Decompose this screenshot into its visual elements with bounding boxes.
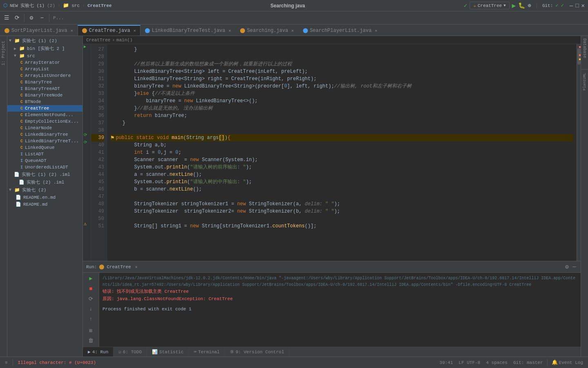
run-up-btn[interactable]: ↑ [86,315,96,323]
tree-item-emptycollection[interactable]: C EmptyCollectionEx... [7,118,82,125]
tree-item-binarytreenode[interactable]: C BinaryTreeNode [7,92,82,99]
tab-search-close[interactable]: ✕ [292,28,294,33]
coverage-btn[interactable]: ⊕ [528,2,531,9]
bottom-tab-vcs[interactable]: ⑨ 9: Version Control [225,347,290,357]
bottom-tab-run[interactable]: ▶ 4: Run [83,347,114,357]
tree-item-arrayiterator[interactable]: C ArrayIterator [7,59,82,66]
status-indent[interactable]: 4 spaces [484,360,509,365]
tab-linked-close[interactable]: ✕ [229,28,231,33]
tab-linked[interactable]: LinkedBinaryTreeTest.java ✕ [140,25,236,36]
run-play-btn[interactable]: ▶ [86,274,96,283]
tab-searchpl[interactable]: SearchPlayerList.java ✕ [298,25,382,36]
run-btn[interactable]: ▶ [512,2,516,10]
tree-item-unorderedlistadt[interactable]: I UnorderedListADT [7,164,82,171]
tree-item-readme[interactable]: 📄 README.md [7,201,82,208]
code-line-32: binaryTree = new LinkedBinaryTree<String… [111,83,573,90]
status-position[interactable]: 39:41 [438,360,454,365]
minimize-btn[interactable]: — [570,2,573,9]
title-bar-center: Searching java [115,3,461,9]
run-filter-btn[interactable]: ⊞ [86,327,96,335]
maximize-btn[interactable]: □ [575,2,579,9]
tree-item-queueadt[interactable]: I QueueADT [7,157,82,164]
run-minimize-btn[interactable]: — [572,263,577,270]
tree-item-root[interactable]: ▼ 📁 实验七 (1) (2) [7,37,82,45]
database-icon[interactable]: Database [581,38,588,59]
line-numbers: 27 28 29 30 31 32 33 34 35 36 37 38 39 4… [91,44,107,261]
tree-item-readme-en[interactable]: 📄 README.en.md [7,194,82,201]
tree-item-src[interactable]: ▼ 📁 src [7,52,82,59]
tree-label-exp7-2: 实验七 (2) [22,187,46,193]
status-encoding[interactable]: LF UTF-8 [457,360,482,365]
run-indicator-30: ⟳ [84,132,87,137]
code-editor[interactable]: } //然后将以上重新生成的数组想象成一个新的树，就重新进行以上的过程 Link… [107,44,577,261]
title-bar-right: ✓ ☕ CreatTree ▼ ▶ 🐛 ⊕ | Git: ✓ ✓ — □ ✕ [464,2,585,10]
tree-item-listadt[interactable]: I ListADT [7,151,82,157]
code-line-41: int i = 0,j = 0; [111,149,573,156]
project-tab-btn[interactable]: 1: Project [0,38,7,69]
linenum-31: 31 [91,75,104,83]
main-area: 1: Project ▼ 📁 实验七 (1) (2) ▶ 📁 bin [实验七 … [0,36,588,357]
collapse-btn[interactable]: − [37,13,47,23]
tree-item-linkedbinarytree[interactable]: C LinkedBinaryTree [7,131,82,138]
run-reload-btn[interactable]: ⟳ [86,294,96,303]
close-btn[interactable]: ✕ [581,2,585,9]
tab-creat[interactable]: CreatTree.java ✕ [78,25,140,36]
tree-item-exp7-2[interactable]: ▼ 📁 实验七 (2) [7,186,82,194]
tab-sort-close[interactable]: ✕ [71,28,73,33]
run-tab-close[interactable]: ✕ [135,265,138,269]
tab-creat-close[interactable]: ✕ [134,28,136,33]
tree-item-bin[interactable]: ▶ 📁 bin [实验七 2 ] [7,45,82,52]
bottom-tab-statistic[interactable]: 📊 Statistic [147,347,189,357]
run-stop-btn[interactable]: ■ [86,285,96,293]
debug-btn[interactable]: 🐛 [518,2,525,9]
run-trash-btn[interactable]: 🗑 [86,337,96,345]
tree-item-arraylist[interactable]: C ArrayList [7,66,82,72]
tree-label-unorderedlistadt: UnorderedListADT [25,165,68,170]
class-icon-queueadt: I [20,159,23,163]
tab-sort[interactable]: SortPlayerList.java ✕ [0,25,78,36]
scrollbar-thumb[interactable] [577,48,581,65]
tree-item-elementnotfound[interactable]: C ElementNotFound... [7,112,82,118]
class-icon-linkedqueue: C [20,146,23,150]
linenum-34: 34 [91,97,104,105]
tree-item-linkedbinarytret[interactable]: C LinkedBinaryTreeT... [7,138,82,144]
tree-item-iml2[interactable]: 📄 实验七 (2) .iml [7,178,82,186]
tree-label-linkedbinarytree: LinkedBinaryTree [25,132,68,137]
terminal-tab-label: Terminal [198,350,220,355]
tree-item-linkedqueue[interactable]: C LinkedQueue [7,144,82,151]
run-settings-btn[interactable]: ⚙ [564,263,570,270]
run-down-btn[interactable]: ↓ [86,305,96,313]
error-indicator-2 [579,54,581,56]
status-structure-btn[interactable]: ≡ [3,360,9,365]
code-line-31: LinkedBinaryTree<String> right = CreatTr… [111,75,573,83]
run-config[interactable]: ☕ CreatTree ▼ [470,2,509,9]
code-line-48: StringTokenizer stringTokenizer1 = new S… [111,200,573,208]
bottom-tab-todo[interactable]: ☑ 6: TODO [114,347,147,357]
sync-btn[interactable]: ⟳ [12,13,22,23]
tree-item-binarytreeadt[interactable]: I BinaryTreeADT [7,85,82,92]
file-icon-iml2: 📄 [19,180,24,185]
status-git[interactable]: Git: master [512,360,545,365]
settings-btn[interactable]: ⚙ [27,13,36,23]
code-line-50 [111,215,573,222]
tree-item-linearnode[interactable]: C LinearNode [7,125,82,131]
linenum-35: 35 [91,105,104,112]
plantumml-icon[interactable]: PlantUML [582,72,588,91]
project-toggle-btn[interactable]: ☰ [2,13,11,23]
vert-tabs-left: 1: Project [0,36,7,357]
tab-searchpl-close[interactable]: ✕ [375,28,377,33]
tree-item-arraylistunordered[interactable]: C ArrayListUnordere [7,72,82,79]
code-line-43: System.out.println("请输入树的前序输出: "); [111,164,573,171]
editor-scrollbar[interactable] [577,44,581,261]
tree-item-btnode[interactable]: C BTNode [7,99,82,105]
tree-label-src: src [27,54,35,58]
tree-item-iml1[interactable]: 📄 实验七 (1) (2) .iml [7,171,82,178]
event-log-label: Event Log [559,360,583,365]
tab-search[interactable]: Searching.java ✕ [236,25,298,36]
status-event-log[interactable]: 🔔 Event Log [550,359,585,366]
bottom-tab-terminal[interactable]: ⌨ Terminal [189,347,225,357]
linenum-41: 41 [91,149,104,156]
tree-item-binarytree[interactable]: C BinaryTree [7,79,82,85]
status-error-msg[interactable]: Illegal character: # (U+0023) [16,360,98,365]
tree-item-creattree[interactable]: C CreatTree [7,105,82,112]
